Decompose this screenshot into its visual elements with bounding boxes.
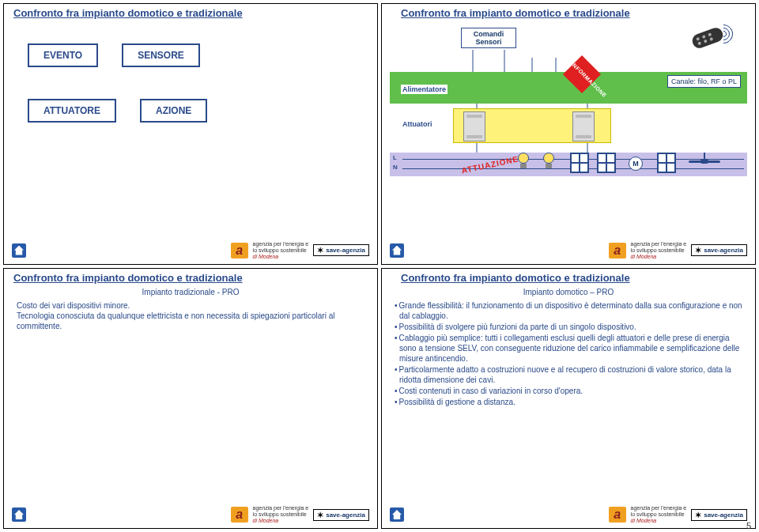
agency-line3: di Modena — [253, 254, 279, 259]
slide1-row1: EVENTO SENSORE — [28, 43, 207, 67]
din-module-icon — [463, 111, 485, 141]
slide4-bullet: Cablaggio più semplice: tutti i collegam… — [395, 333, 742, 364]
page-number: 5 — [746, 521, 751, 530]
agency-line1: agenzia per l'energia e — [253, 241, 309, 247]
window-icon — [597, 153, 616, 173]
slide1-footer: a agenzia per l'energia e lo sviluppo so… — [12, 242, 369, 259]
star-icon: ✶ — [695, 246, 701, 255]
agency-a-icon: a — [231, 507, 248, 523]
agency-a-icon: a — [609, 243, 626, 258]
star-icon: ✶ — [695, 511, 701, 519]
slide4-title: Confronto fra impianto domotico e tradiz… — [401, 272, 746, 284]
slide4-subtitle: Impianto domotico – PRO — [382, 288, 755, 296]
slide4-bullet: Grande flessibilità: il funzionamento di… — [395, 300, 742, 321]
box-azione: AZIONE — [140, 99, 207, 123]
agency-a-icon: a — [609, 507, 626, 523]
bulb-icon — [542, 153, 556, 172]
n-label: N — [393, 164, 398, 171]
window-icon — [657, 153, 676, 173]
box-attuatore: ATTUATORE — [28, 99, 116, 123]
slide4-list: Grande flessibilità: il funzionamento di… — [395, 300, 742, 407]
slide2-title: Confronto fra impianto domotico e tradiz… — [401, 7, 746, 19]
slide-4: Confronto fra impianto domotico e tradiz… — [381, 268, 756, 530]
agency-text: agenzia per l'energia e lo sviluppo sost… — [631, 505, 687, 524]
save-badge: ✶ save-agenzia — [313, 244, 369, 256]
agency-line2: lo sviluppo sostenibile — [253, 247, 307, 253]
slide4-bullet: Particolarmente adatto a costruzioni nuo… — [395, 364, 742, 385]
slide3-line1: Costo dei vari dispositivi minore. — [17, 300, 364, 311]
agency-text: agenzia per l'energia e lo sviluppo sost… — [253, 505, 309, 524]
slide-1: Confronto fra impianto domotico e tradiz… — [3, 3, 378, 265]
agency-text: agenzia per l'energia e lo sviluppo sost… — [253, 241, 309, 260]
save-sub: -agenzia — [340, 247, 365, 254]
save-label: save — [326, 247, 340, 254]
actuator-rail — [453, 108, 611, 143]
slide4-text: Grande flessibilità: il funzionamento di… — [395, 300, 742, 408]
box-evento: EVENTO — [28, 43, 98, 67]
canale-label: Canale: filo, RF o PL — [667, 75, 741, 88]
star-icon: ✶ — [317, 246, 323, 255]
slide4-footer: a agenzia per l'energia e lo sviluppo so… — [390, 506, 747, 523]
window-icon — [570, 153, 589, 173]
slide3-text: Costo dei vari dispositivi minore. Tecno… — [17, 300, 364, 331]
slide2-diagram: Comandi Sensori — [390, 26, 747, 236]
slide4-bullet: Costi contenuti in caso di variazioni in… — [395, 386, 742, 396]
slide2-footer: a agenzia per l'energia e lo sviluppo so… — [390, 242, 747, 259]
house-icon — [12, 507, 26, 522]
agency-a-icon: a — [231, 243, 248, 258]
slide3-line2: Tecnologia conosciuta da qualunque elett… — [17, 311, 364, 331]
slide1-title: Confronto fra impianto domotico e tradiz… — [13, 7, 368, 19]
star-icon: ✶ — [317, 511, 323, 519]
slide1-row2: ATTUATORE AZIONE — [28, 99, 207, 123]
slide4-bullet: Possibilità di svolgere più funzioni da … — [395, 322, 742, 332]
house-icon — [12, 243, 26, 258]
l-label: L — [393, 154, 397, 161]
house-icon — [390, 507, 404, 522]
slide1-body: EVENTO SENSORE ATTUATORE AZIONE — [28, 43, 207, 123]
bulb-icon — [516, 153, 531, 172]
alimentatore-label: Alimentatore — [401, 85, 447, 94]
attuatori-label: Attuatori — [401, 119, 434, 129]
slide3-footer: a agenzia per l'energia e lo sviluppo so… — [12, 506, 369, 523]
save-badge: ✶ save-agenzia — [691, 244, 747, 256]
agency-text: agenzia per l'energia e lo sviluppo sost… — [631, 241, 687, 260]
slide3-subtitle: Impianto tradizionale - PRO — [4, 288, 377, 296]
motor-icon: M — [629, 157, 643, 171]
m-label: M — [632, 160, 639, 168]
box-sensore: SENSORE — [122, 43, 200, 67]
din-module-icon — [572, 111, 595, 141]
slide4-bullet: Possibilità di gestione a distanza. — [395, 397, 742, 407]
fan-icon — [690, 153, 719, 172]
save-badge: ✶ save-agenzia — [691, 509, 747, 521]
slide-2: Confronto fra impianto domotico e tradiz… — [381, 3, 756, 265]
house-icon — [390, 243, 404, 258]
slide3-title: Confronto fra impianto domotico e tradiz… — [13, 272, 368, 284]
slide-3: Confronto fra impianto domotico e tradiz… — [3, 268, 378, 530]
page-grid: Confronto fra impianto domotico e tradiz… — [0, 0, 759, 532]
save-badge: ✶ save-agenzia — [313, 509, 369, 521]
